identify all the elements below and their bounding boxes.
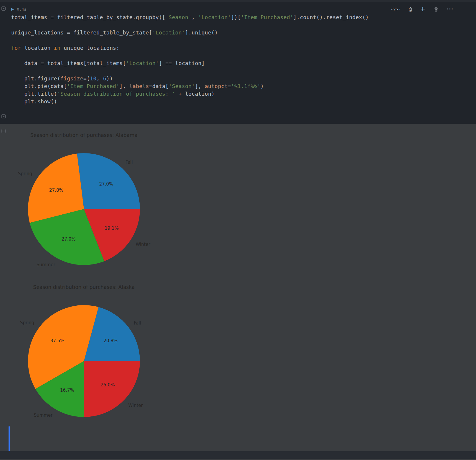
pie-category-label: Fall: [134, 320, 141, 326]
cell-actions: </> ▾ @ + ···: [391, 6, 454, 12]
pie-percent-label: 27.0%: [99, 181, 113, 187]
code-line: plt.show(): [11, 98, 454, 105]
pie-category-label: Spring: [18, 171, 32, 176]
notebook-code-cell: ▶ 0.4s </> ▾ @ + ··· total_items = filte…: [0, 2, 476, 124]
pie-percent-label: 19.1%: [105, 226, 119, 231]
pie-percent-label: 20.8%: [104, 338, 118, 343]
chart-title: Season distribution of purchases: Alaska: [9, 284, 159, 290]
pie-chart-alaska: 20.8%Fall37.5%Spring16.7%Summer25.0%Wint…: [9, 293, 159, 429]
chevron-down-icon: ▾: [399, 8, 401, 11]
chart-title: Season distribution of purchases: Alabam…: [9, 132, 159, 138]
execution-time: 0.4s: [17, 7, 27, 11]
window-top-edge: [0, 0, 476, 2]
code-line: plt.title('Season distribution of purcha…: [11, 90, 454, 98]
at-icon[interactable]: @: [409, 7, 412, 12]
code-editor[interactable]: total_items = filtered_table_by_state.gr…: [9, 14, 454, 105]
code-line: unique_locations = filtered_table_by_sta…: [11, 29, 454, 37]
code-line: total_items = filtered_table_by_state.gr…: [11, 14, 454, 21]
code-line: [11, 21, 454, 29]
code-line: [11, 37, 454, 44]
cell-drag-handle-icon[interactable]: [1, 6, 6, 11]
code-line: [11, 67, 454, 75]
pie-category-label: Fall: [125, 160, 133, 165]
pie-percent-label: 27.0%: [49, 188, 63, 193]
pie-percent-label: 25.0%: [101, 382, 115, 388]
figure-alabama: Season distribution of purchases: Alabam…: [9, 132, 159, 277]
run-cell-icon[interactable]: ▶: [11, 7, 14, 11]
add-cell-button[interactable]: +: [420, 6, 425, 12]
pie-percent-label: 27.0%: [62, 236, 76, 242]
view-source-dropdown[interactable]: </> ▾: [391, 7, 401, 11]
pie-category-label: Summer: [34, 413, 53, 418]
code-line: plt.figure(figsize=(10, 6)): [11, 75, 454, 82]
trash-icon: [434, 7, 439, 12]
figure-alaska: Season distribution of purchases: Alaska…: [9, 284, 159, 429]
more-actions-button[interactable]: ···: [447, 7, 454, 11]
pie-percent-label: 37.5%: [50, 338, 65, 343]
code-line: plt.pie(data['Item Purchased'], labels=d…: [11, 82, 454, 90]
pie-category-label: Winter: [136, 242, 151, 247]
pie-slice-winter: [84, 361, 140, 417]
notebook-output-cell: Season distribution of purchases: Alabam…: [0, 124, 476, 451]
code-line: data = total_items[total_items['Location…: [11, 59, 454, 67]
pie-category-label: Summer: [37, 262, 55, 267]
cell-toolbar: ▶ 0.4s </> ▾ @ + ···: [9, 6, 454, 12]
pie-category-label: Winter: [128, 403, 143, 408]
output-cell-handle-icon[interactable]: [1, 129, 6, 133]
code-icon: </>: [391, 7, 398, 11]
cell-separator-icon[interactable]: [1, 114, 6, 118]
code-line: [11, 52, 454, 59]
execution-status: ▶ 0.4s: [11, 7, 27, 11]
delete-cell-button[interactable]: [434, 7, 439, 12]
code-line: for location in unique_locations:: [11, 44, 454, 52]
pie-category-label: Spring: [20, 320, 34, 325]
pie-percent-label: 16.7%: [60, 388, 74, 393]
cell-focus-indicator: [9, 426, 10, 451]
next-cell-divider: [0, 451, 476, 459]
pie-chart-alabama: 27.0%Fall27.0%Spring27.0%Summer19.1%Wint…: [9, 141, 159, 277]
